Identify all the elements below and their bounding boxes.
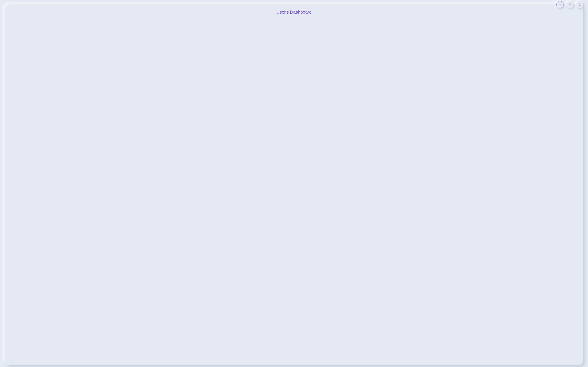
user-icon: [578, 3, 581, 6]
toolbar: [556, 1, 583, 8]
plus-icon: [559, 3, 561, 6]
edit-icon: [568, 3, 571, 6]
page-title: User's Dashboard: [11, 9, 577, 15]
profile-button[interactable]: [576, 1, 583, 8]
add-button[interactable]: [556, 1, 563, 8]
edit-button[interactable]: [566, 1, 573, 8]
dashboard-panel: User's Dashboard: [5, 4, 583, 365]
